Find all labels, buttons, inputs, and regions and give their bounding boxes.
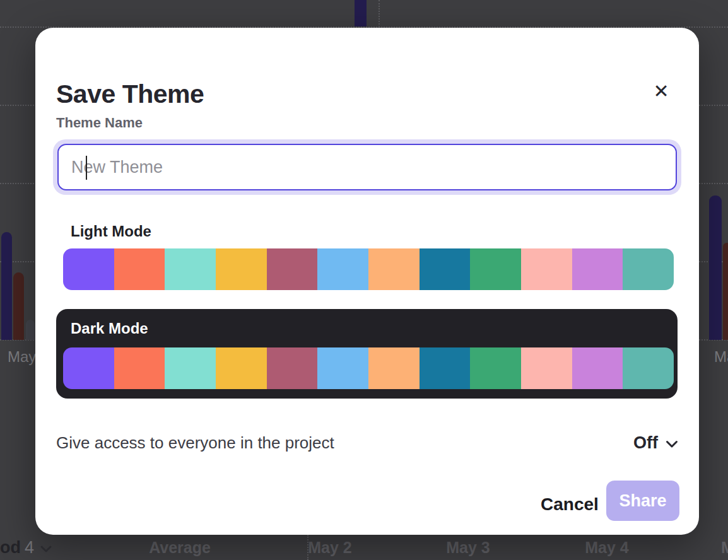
color-swatch: [572, 248, 623, 290]
color-swatch: [420, 347, 471, 389]
chevron-down-icon: [40, 545, 52, 553]
chevron-down-icon: [666, 440, 678, 448]
theme-name-input[interactable]: [57, 144, 677, 190]
color-swatch: [216, 248, 267, 290]
theme-name-focus-ring: [53, 139, 681, 195]
access-label: Give access to everyone in the project: [56, 433, 334, 453]
color-swatch: [114, 347, 165, 389]
color-swatch: [317, 248, 368, 290]
share-button[interactable]: Share: [606, 481, 679, 521]
light-mode-label: Light Mode: [71, 223, 151, 240]
access-row: Give access to everyone in the project O…: [56, 429, 678, 457]
x-axis-label: Ma: [714, 348, 728, 366]
period-label-partial: od4: [0, 538, 34, 557]
color-swatch: [63, 248, 114, 290]
color-swatch: [470, 347, 521, 389]
chart-gridline: [379, 0, 380, 27]
chart-bar: [1, 232, 12, 340]
x-axis-label: Average: [136, 539, 224, 557]
color-swatch: [420, 248, 471, 290]
color-swatch: [521, 248, 572, 290]
dialog-title: Save Theme: [56, 79, 204, 109]
save-theme-dialog: Save Theme ✕ Theme Name Light Mode Dark …: [35, 28, 699, 535]
color-swatch: [63, 347, 114, 389]
color-swatch: [267, 347, 318, 389]
dark-mode-palette[interactable]: [63, 347, 674, 389]
x-axis-label: May 2: [286, 539, 374, 557]
close-icon[interactable]: ✕: [646, 76, 676, 106]
chart-bar: [355, 0, 367, 26]
color-swatch: [368, 347, 420, 389]
color-swatch: [623, 347, 674, 389]
x-axis-label: May 3: [424, 539, 512, 557]
color-swatch: [521, 347, 572, 389]
access-dropdown[interactable]: Off: [633, 433, 678, 453]
x-axis-label: M: [721, 539, 728, 557]
chart-bar: [26, 320, 35, 340]
dark-mode-card[interactable]: Dark Mode: [56, 309, 678, 399]
color-swatch: [368, 248, 420, 290]
color-swatch: [317, 347, 368, 389]
color-swatch: [267, 248, 318, 290]
color-swatch: [114, 248, 165, 290]
color-swatch: [623, 248, 674, 290]
access-value: Off: [633, 433, 658, 453]
text-caret: [86, 156, 87, 180]
x-axis-label: May: [8, 348, 36, 366]
chart-bar: [13, 272, 24, 340]
light-mode-palette[interactable]: [63, 248, 674, 290]
chart-bar: [709, 195, 722, 340]
cancel-button[interactable]: Cancel: [522, 489, 617, 520]
chart-bar: [723, 243, 728, 340]
color-swatch: [165, 347, 216, 389]
theme-name-label: Theme Name: [56, 115, 143, 131]
x-axis-label: May 4: [563, 539, 651, 557]
dark-mode-label: Dark Mode: [71, 320, 148, 337]
color-swatch: [572, 347, 623, 389]
period-dropdown[interactable]: od4: [0, 538, 52, 557]
color-swatch: [216, 347, 267, 389]
color-swatch: [470, 248, 521, 290]
color-swatch: [165, 248, 216, 290]
